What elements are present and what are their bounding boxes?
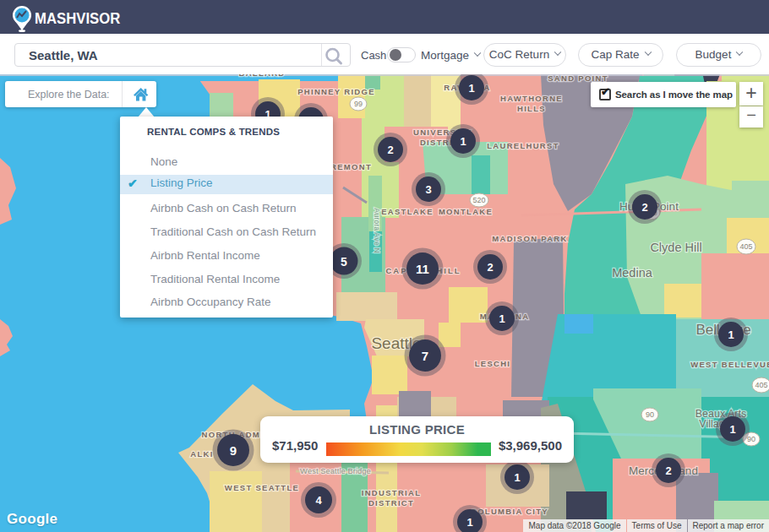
svg-text:1: 1 <box>468 82 474 95</box>
svg-text:4: 4 <box>315 494 322 507</box>
svg-text:405: 405 <box>755 381 767 389</box>
svg-text:INDUSTRIAL: INDUSTRIAL <box>362 488 422 497</box>
svg-text:1: 1 <box>728 328 734 341</box>
svg-text:90: 90 <box>646 410 654 419</box>
svg-text:WEST SEATTLE: WEST SEATTLE <box>225 483 299 492</box>
svg-text:DISTRICT: DISTRICT <box>368 498 414 508</box>
svg-text:9: 9 <box>230 443 237 458</box>
svg-text:WEST BELLEVUE: WEST BELLEVUE <box>690 360 769 369</box>
svg-text:99: 99 <box>354 100 363 108</box>
svg-text:2: 2 <box>487 261 493 274</box>
svg-text:1: 1 <box>499 312 504 325</box>
svg-text:MADISON PARK: MADISON PARK <box>492 234 567 243</box>
svg-text:ALKI: ALKI <box>190 449 213 459</box>
svg-text:1: 1 <box>460 135 466 148</box>
svg-text:LAURELHURST: LAURELHURST <box>487 141 559 150</box>
svg-text:405: 405 <box>739 242 752 251</box>
svg-text:5: 5 <box>341 255 347 269</box>
svg-text:2: 2 <box>665 464 671 477</box>
svg-text:1: 1 <box>729 423 735 436</box>
svg-text:BALLARD: BALLARD <box>238 74 285 78</box>
svg-text:7: 7 <box>422 349 428 363</box>
svg-text:1: 1 <box>466 516 472 529</box>
svg-text:90: 90 <box>747 435 755 443</box>
svg-text:Aurora Ave N: Aurora Ave N <box>373 208 381 252</box>
svg-text:3: 3 <box>425 183 431 196</box>
svg-text:LESCHI: LESCHI <box>475 359 511 368</box>
svg-text:2: 2 <box>387 144 393 156</box>
svg-text:HILLS: HILLS <box>517 104 546 113</box>
svg-text:EASTLAKE: EASTLAKE <box>381 207 434 216</box>
svg-text:2: 2 <box>641 201 647 214</box>
svg-text:West Seattle Bridge: West Seattle Bridge <box>300 466 371 475</box>
svg-text:PHINNEY RIDGE: PHINNEY RIDGE <box>297 87 375 96</box>
svg-text:HAWTHORNE: HAWTHORNE <box>500 94 563 103</box>
svg-text:MONTLAKE: MONTLAKE <box>439 207 493 216</box>
svg-text:Medina: Medina <box>612 266 652 280</box>
svg-text:11: 11 <box>416 262 429 276</box>
svg-text:520: 520 <box>472 196 485 204</box>
svg-text:Clyde Hill: Clyde Hill <box>650 241 701 254</box>
svg-text:1: 1 <box>514 471 520 484</box>
